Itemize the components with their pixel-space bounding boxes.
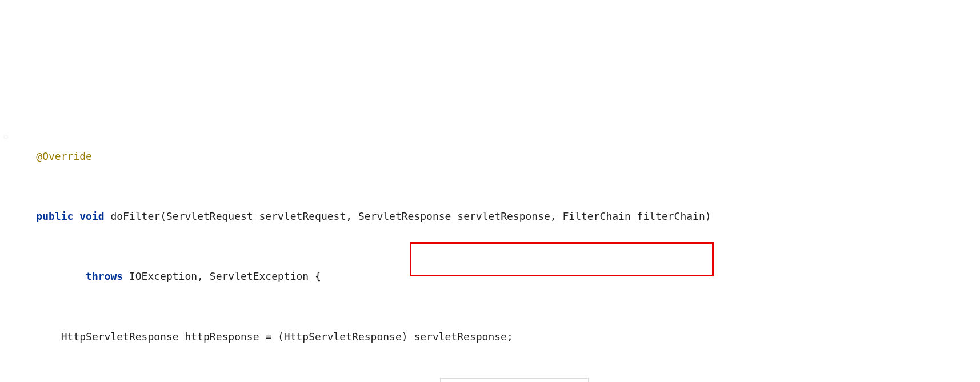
code-line: public void doFilter(ServletRequest serv… xyxy=(0,206,980,226)
statement: HttpServletResponse httpResponse = (Http… xyxy=(61,331,513,343)
gutter-override-icon: ○ xyxy=(0,129,11,143)
throws-clause: IOException, ServletException { xyxy=(123,270,321,282)
code-editor-view: ○ @Override public void doFilter(Servlet… xyxy=(0,86,980,382)
keyword-public: public xyxy=(36,210,73,222)
code-line: throws IOException, ServletException { xyxy=(0,266,980,286)
snipaste-tooltip: Snipaste 2.8.5-Beta 截屏快捷键: F1 贴图快捷键: F3 … xyxy=(440,378,589,382)
code-line: HttpServletResponse httpResponse = (Http… xyxy=(0,327,980,347)
method-signature: doFilter(ServletRequest servletRequest, … xyxy=(105,210,711,222)
keyword-void: void xyxy=(79,210,104,222)
code-line: @Override xyxy=(0,146,980,166)
annotation: @Override xyxy=(36,150,92,162)
keyword-throws: throws xyxy=(86,270,123,282)
